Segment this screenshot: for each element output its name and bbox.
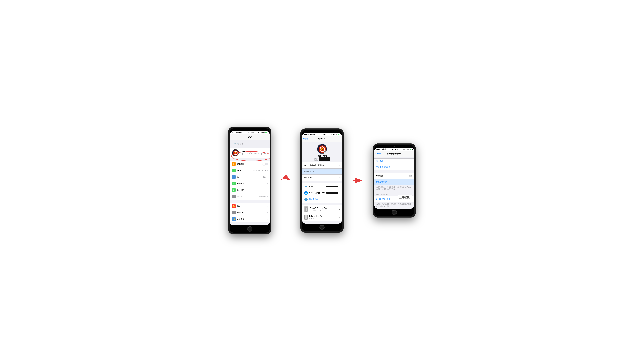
row-carrier[interactable]: ⊞ 電信業者 中華電信 › xyxy=(230,193,270,200)
row-itunes[interactable]: A iTunes 與 App Store › xyxy=(302,190,342,196)
row-2fa-status: 雙重認證 關閉 xyxy=(374,173,414,179)
search-bar-1[interactable]: 🔍 🔍 設定 xyxy=(233,142,267,146)
status-bar-2: ●●●● 中華電信 ⟆ 下午5:17 ◎↑✦58% xyxy=(302,133,342,136)
notif-chevron: › xyxy=(267,205,268,207)
hotspot-label: 個人熱點 xyxy=(237,189,266,191)
bt-chevron: › xyxy=(267,176,268,178)
carrier-value: 中華電信 xyxy=(259,196,266,198)
bottom-bar-3 xyxy=(374,209,414,216)
home-button-1[interactable] xyxy=(247,226,252,231)
iphone-device-icon xyxy=(304,206,308,212)
time-3: 下午5:18 xyxy=(392,148,398,150)
section-group-password: 更改密碼 更改安全提示問題 xyxy=(374,158,414,170)
wifi-icon: ⊿ xyxy=(232,169,236,172)
svg-point-12 xyxy=(322,149,323,150)
bt-label: 藍牙 xyxy=(237,176,261,178)
profile-name-2: Hachi Yang xyxy=(316,155,327,157)
change-password-label: 更改密碼 xyxy=(376,160,412,163)
spacer-3top xyxy=(374,157,414,158)
phone-1: ●●●● 中華電信 ⟆ 下午5:17 ◎ ↑ ✦ 58% 設定 xyxy=(228,127,272,234)
row-notifications[interactable]: 🔔 通知 › xyxy=(230,203,270,209)
home-button-2[interactable] xyxy=(320,225,324,230)
row-enable-2fa[interactable]: 開啟雙重認證 xyxy=(374,179,414,185)
dnd-label: 勿擾模式 xyxy=(237,218,266,220)
bottom-bar-2 xyxy=(302,224,342,231)
search-area: 🔍 🔍 設定 xyxy=(230,140,270,148)
row-payment[interactable]: 付款與寄送 › xyxy=(302,175,342,181)
row-mobile[interactable]: ▦ 行動服務 › xyxy=(230,180,270,187)
nav-back-3[interactable]: ‹ Apple ID xyxy=(375,152,383,155)
arrow-right-2 xyxy=(352,176,364,185)
profile-row-1[interactable]: Hachi Yang Apple ID、iCloud、iTunes 與 App … xyxy=(230,148,270,158)
row-bluetooth[interactable]: ᛒ 藍牙 開啟 › xyxy=(230,174,270,180)
scene: ●●●● 中華電信 ⟆ 下午5:17 ◎ ↑ ✦ 58% 設定 xyxy=(228,127,416,234)
time-1: 下午5:17 xyxy=(247,132,254,134)
home-button-inner-1 xyxy=(248,227,252,231)
search-placeholder-1: 🔍 設定 xyxy=(237,143,243,145)
bottom-bar-1 xyxy=(230,225,270,232)
row-change-password[interactable]: 更改密碼 xyxy=(374,159,414,164)
row-name-phone[interactable]: 名稱、電話號碼、電子郵件 › xyxy=(302,162,342,169)
icons-3: ◎↑✦59% xyxy=(403,149,412,150)
nav-title-1: 設定 xyxy=(248,136,252,138)
speaker-3 xyxy=(394,146,395,147)
profile-subtitle-1: Apple ID、iCloud、iTunes 與 App Store xyxy=(240,153,266,155)
settings-group-phone2-main: 名稱、電話號碼、電子郵件 › 密碼與安全性 › 付款與寄送 › xyxy=(302,162,342,181)
settings-group-devices: Echo 的 iPhone 6 Plus 此 iPhone 6 Plus › xyxy=(302,205,342,221)
payment-label: 付款與寄送 xyxy=(304,176,338,179)
nav-title-3: 密碼與帳號安全 xyxy=(387,152,401,155)
row-dnd[interactable]: 🌙 勿擾模式 › xyxy=(230,216,270,222)
speaker xyxy=(250,130,250,130)
svg-rect-17 xyxy=(305,215,307,219)
device-row-iphone[interactable]: Echo 的 iPhone 6 Plus 此 iPhone 6 Plus › xyxy=(302,205,342,213)
row-airplane[interactable]: ✈ 飛航模式 xyxy=(230,161,270,167)
carrier-1: ●●●● 中華電信 ⟆ xyxy=(232,132,242,134)
family-label: 設定家人共享… xyxy=(309,198,340,201)
row-control[interactable]: ⊞ 控制中心 › xyxy=(230,209,270,216)
row-hotspot[interactable]: ⊙ 個人熱點 › xyxy=(230,187,270,193)
svg-point-18 xyxy=(306,219,306,219)
wifi-value: NextOne_Cafe_2 xyxy=(254,170,266,171)
svg-point-5 xyxy=(235,153,236,153)
profile-avatar-2: 編輯 xyxy=(317,144,327,154)
arrow-2-container xyxy=(352,176,364,185)
edit-badge[interactable]: 編輯 xyxy=(324,150,327,154)
iphone-sub: 此 iPhone 6 Plus xyxy=(310,209,327,211)
airplane-toggle[interactable] xyxy=(262,163,268,165)
battery-2 xyxy=(337,134,340,135)
battery-3 xyxy=(410,149,412,150)
home-button-3[interactable] xyxy=(392,210,397,215)
carrier-2: ●●●● 中華電信 ⟆ xyxy=(304,133,315,135)
carrier-3: ●●●● 中華電信 ⟆ xyxy=(376,148,387,150)
spacer-2b xyxy=(302,203,342,205)
ipad-device-icon xyxy=(304,215,308,219)
row-wifi[interactable]: ⊿ Wi-Fi NextOne_Cafe_2 › xyxy=(230,167,270,174)
settings-group-services: iCloud › A iTunes 與 App Store › xyxy=(302,183,342,203)
settings-group-2: 🔔 通知 › ⊞ 控制中心 › 🌙 勿擾模式 › xyxy=(230,203,270,222)
bt-icon: ᛒ xyxy=(232,175,236,179)
hotspot-chevron: › xyxy=(267,189,268,191)
nav-title-2: Apple ID xyxy=(318,138,326,140)
avatar-1 xyxy=(232,149,239,156)
carrier-label: 電信業者 xyxy=(237,195,258,198)
icons-1: ◎ ↑ ✦ 58% xyxy=(258,132,268,133)
control-label: 控制中心 xyxy=(237,211,266,214)
change-hint-label: 更改安全提示問題 xyxy=(376,166,412,169)
nav-bar-3: ‹ Apple ID 密碼與帳號安全 xyxy=(374,151,414,157)
iphone-name: Echo 的 iPhone 6 Plus xyxy=(310,207,327,209)
row-family[interactable]: ♦ 設定家人共享… xyxy=(302,196,342,203)
row-icloud[interactable]: iCloud › xyxy=(302,183,342,190)
row-password[interactable]: 密碼與安全性 › xyxy=(302,169,342,175)
spacer-2a xyxy=(302,181,342,183)
nav-back-2[interactable]: ‹ 設定 xyxy=(303,137,308,140)
backup-email-description: 如果您忘記密碼或安全提示問題，可以使用此電子郵件位址協助您進行重置。 xyxy=(374,203,414,209)
wifi-chevron: › xyxy=(267,170,268,172)
nav-bar-2: ‹ 設定 Apple ID xyxy=(302,136,342,142)
2fa-description: 為您的帳號增加多一層的保障，以確保您儲存在 Apple 的照片、文件和其他資料的… xyxy=(374,186,414,192)
spacer-3b xyxy=(374,192,414,193)
time-2: 下午5:17 xyxy=(320,133,326,135)
watermark-url: http://www.kocpc.com.tw xyxy=(399,198,412,199)
svg-point-15 xyxy=(306,211,306,211)
row-change-hint[interactable]: 更改安全提示問題 xyxy=(374,164,414,170)
device-row-ipad[interactable]: Echo 的 iPad Air iPad Air › xyxy=(302,213,342,221)
